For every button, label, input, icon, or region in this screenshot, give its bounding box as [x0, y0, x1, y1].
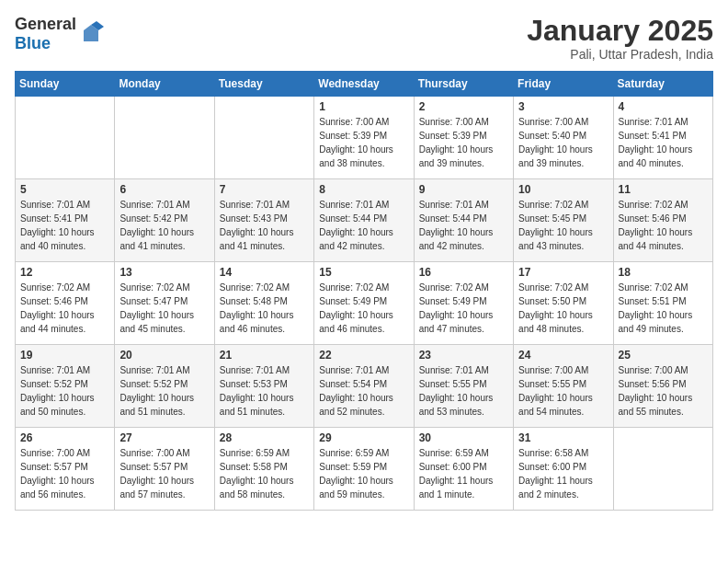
day-number: 31: [518, 431, 608, 444]
calendar-cell: 27Sunrise: 7:00 AM Sunset: 5:57 PM Dayli…: [115, 428, 214, 511]
day-info: Sunrise: 7:00 AM Sunset: 5:57 PM Dayligh…: [119, 446, 209, 501]
day-number: 7: [220, 183, 309, 196]
day-number: 2: [419, 100, 508, 113]
day-info: Sunrise: 7:01 AM Sunset: 5:53 PM Dayligh…: [220, 363, 309, 419]
calendar-cell: 20Sunrise: 7:01 AM Sunset: 5:52 PM Dayli…: [115, 345, 214, 428]
calendar-cell: [613, 428, 712, 511]
calendar-cell: 5Sunrise: 7:01 AM Sunset: 5:41 PM Daylig…: [16, 179, 115, 262]
day-number: 29: [319, 431, 408, 444]
calendar-week-row: 12Sunrise: 7:02 AM Sunset: 5:46 PM Dayli…: [16, 262, 713, 345]
calendar-cell: 29Sunrise: 6:59 AM Sunset: 5:59 PM Dayli…: [314, 428, 414, 511]
calendar-cell: 8Sunrise: 7:01 AM Sunset: 5:44 PM Daylig…: [314, 179, 414, 262]
day-number: 5: [20, 183, 109, 196]
day-info: Sunrise: 7:01 AM Sunset: 5:44 PM Dayligh…: [419, 198, 508, 253]
calendar-table: SundayMondayTuesdayWednesdayThursdayFrid…: [15, 71, 713, 511]
day-number: 3: [518, 100, 608, 113]
weekday-header-tuesday: Tuesday: [214, 72, 313, 97]
day-number: 6: [119, 183, 209, 196]
day-info: Sunrise: 7:00 AM Sunset: 5:57 PM Dayligh…: [20, 446, 109, 501]
calendar-cell: 24Sunrise: 7:00 AM Sunset: 5:55 PM Dayli…: [514, 345, 613, 428]
day-info: Sunrise: 7:00 AM Sunset: 5:40 PM Dayligh…: [518, 115, 608, 170]
day-number: 28: [220, 431, 309, 444]
day-info: Sunrise: 7:00 AM Sunset: 5:39 PM Dayligh…: [419, 115, 508, 170]
weekday-header-row: SundayMondayTuesdayWednesdayThursdayFrid…: [16, 72, 713, 97]
calendar-cell: [214, 97, 313, 179]
day-info: Sunrise: 7:01 AM Sunset: 5:54 PM Dayligh…: [319, 363, 408, 419]
calendar-cell: 19Sunrise: 7:01 AM Sunset: 5:52 PM Dayli…: [16, 345, 115, 428]
day-info: Sunrise: 7:02 AM Sunset: 5:50 PM Dayligh…: [518, 281, 608, 336]
day-number: 27: [119, 431, 209, 444]
calendar-cell: 7Sunrise: 7:01 AM Sunset: 5:43 PM Daylig…: [214, 179, 313, 262]
calendar-week-row: 1Sunrise: 7:00 AM Sunset: 5:39 PM Daylig…: [16, 97, 713, 179]
day-number: 26: [20, 431, 109, 444]
weekday-header-monday: Monday: [115, 72, 214, 97]
day-number: 1: [319, 100, 408, 113]
day-info: Sunrise: 7:00 AM Sunset: 5:55 PM Dayligh…: [518, 363, 608, 419]
weekday-header-thursday: Thursday: [414, 72, 513, 97]
calendar-cell: 28Sunrise: 6:59 AM Sunset: 5:58 PM Dayli…: [214, 428, 313, 511]
day-info: Sunrise: 7:02 AM Sunset: 5:46 PM Dayligh…: [619, 198, 708, 253]
day-info: Sunrise: 6:58 AM Sunset: 6:00 PM Dayligh…: [518, 446, 608, 501]
calendar-week-row: 5Sunrise: 7:01 AM Sunset: 5:41 PM Daylig…: [16, 179, 713, 262]
calendar-cell: 25Sunrise: 7:00 AM Sunset: 5:56 PM Dayli…: [613, 345, 712, 428]
calendar-cell: 17Sunrise: 7:02 AM Sunset: 5:50 PM Dayli…: [514, 262, 613, 345]
calendar-cell: 18Sunrise: 7:02 AM Sunset: 5:51 PM Dayli…: [613, 262, 712, 345]
day-info: Sunrise: 7:01 AM Sunset: 5:52 PM Dayligh…: [20, 363, 109, 419]
calendar-cell: 14Sunrise: 7:02 AM Sunset: 5:48 PM Dayli…: [214, 262, 313, 345]
day-info: Sunrise: 6:59 AM Sunset: 6:00 PM Dayligh…: [419, 446, 508, 501]
title-area: January 2025 Pali, Uttar Pradesh, India: [527, 15, 713, 62]
day-number: 20: [119, 349, 209, 362]
day-number: 4: [619, 100, 708, 113]
calendar-cell: 12Sunrise: 7:02 AM Sunset: 5:46 PM Dayli…: [16, 262, 115, 345]
calendar-cell: 31Sunrise: 6:58 AM Sunset: 6:00 PM Dayli…: [514, 428, 613, 511]
day-info: Sunrise: 7:02 AM Sunset: 5:51 PM Dayligh…: [619, 281, 708, 336]
logo-text: General Blue: [15, 15, 76, 53]
day-info: Sunrise: 7:02 AM Sunset: 5:48 PM Dayligh…: [220, 281, 309, 336]
weekday-header-friday: Friday: [514, 72, 613, 97]
calendar-cell: 21Sunrise: 7:01 AM Sunset: 5:53 PM Dayli…: [214, 345, 313, 428]
day-info: Sunrise: 7:02 AM Sunset: 5:47 PM Dayligh…: [119, 281, 209, 336]
day-number: 24: [518, 349, 608, 362]
day-number: 23: [419, 349, 508, 362]
weekday-header-wednesday: Wednesday: [314, 72, 414, 97]
day-number: 10: [518, 183, 608, 196]
day-number: 15: [319, 266, 408, 279]
day-info: Sunrise: 7:01 AM Sunset: 5:43 PM Dayligh…: [220, 198, 309, 253]
logo-blue: Blue: [15, 34, 51, 52]
calendar-cell: 30Sunrise: 6:59 AM Sunset: 6:00 PM Dayli…: [414, 428, 513, 511]
day-number: 9: [419, 183, 508, 196]
calendar-cell: 4Sunrise: 7:01 AM Sunset: 5:41 PM Daylig…: [613, 97, 712, 179]
day-info: Sunrise: 7:02 AM Sunset: 5:45 PM Dayligh…: [518, 198, 608, 253]
month-title: January 2025: [527, 15, 713, 47]
calendar-cell: 9Sunrise: 7:01 AM Sunset: 5:44 PM Daylig…: [414, 179, 513, 262]
weekday-header-sunday: Sunday: [16, 72, 115, 97]
day-number: 16: [419, 266, 508, 279]
page-header: General Blue January 2025 Pali, Uttar Pr…: [15, 15, 713, 62]
logo: General Blue: [15, 15, 104, 53]
logo-icon: [78, 21, 104, 47]
calendar-cell: 2Sunrise: 7:00 AM Sunset: 5:39 PM Daylig…: [414, 97, 513, 179]
calendar-cell: 26Sunrise: 7:00 AM Sunset: 5:57 PM Dayli…: [16, 428, 115, 511]
day-info: Sunrise: 7:00 AM Sunset: 5:39 PM Dayligh…: [319, 115, 408, 170]
day-info: Sunrise: 7:01 AM Sunset: 5:41 PM Dayligh…: [619, 115, 708, 170]
day-info: Sunrise: 7:01 AM Sunset: 5:42 PM Dayligh…: [119, 198, 209, 253]
day-number: 11: [619, 183, 708, 196]
day-info: Sunrise: 7:01 AM Sunset: 5:41 PM Dayligh…: [20, 198, 109, 253]
calendar-cell: 3Sunrise: 7:00 AM Sunset: 5:40 PM Daylig…: [514, 97, 613, 179]
day-number: 12: [20, 266, 109, 279]
day-number: 13: [119, 266, 209, 279]
calendar-week-row: 19Sunrise: 7:01 AM Sunset: 5:52 PM Dayli…: [16, 345, 713, 428]
calendar-cell: 23Sunrise: 7:01 AM Sunset: 5:55 PM Dayli…: [414, 345, 513, 428]
location-subtitle: Pali, Uttar Pradesh, India: [527, 47, 713, 62]
day-number: 25: [619, 349, 708, 362]
day-info: Sunrise: 7:00 AM Sunset: 5:56 PM Dayligh…: [619, 363, 708, 419]
day-number: 18: [619, 266, 708, 279]
calendar-cell: 10Sunrise: 7:02 AM Sunset: 5:45 PM Dayli…: [514, 179, 613, 262]
day-number: 19: [20, 349, 109, 362]
calendar-cell: 1Sunrise: 7:00 AM Sunset: 5:39 PM Daylig…: [314, 97, 414, 179]
calendar-cell: 22Sunrise: 7:01 AM Sunset: 5:54 PM Dayli…: [314, 345, 414, 428]
day-number: 8: [319, 183, 408, 196]
calendar-cell: 11Sunrise: 7:02 AM Sunset: 5:46 PM Dayli…: [613, 179, 712, 262]
day-info: Sunrise: 7:01 AM Sunset: 5:55 PM Dayligh…: [419, 363, 508, 419]
day-info: Sunrise: 7:01 AM Sunset: 5:44 PM Dayligh…: [319, 198, 408, 253]
